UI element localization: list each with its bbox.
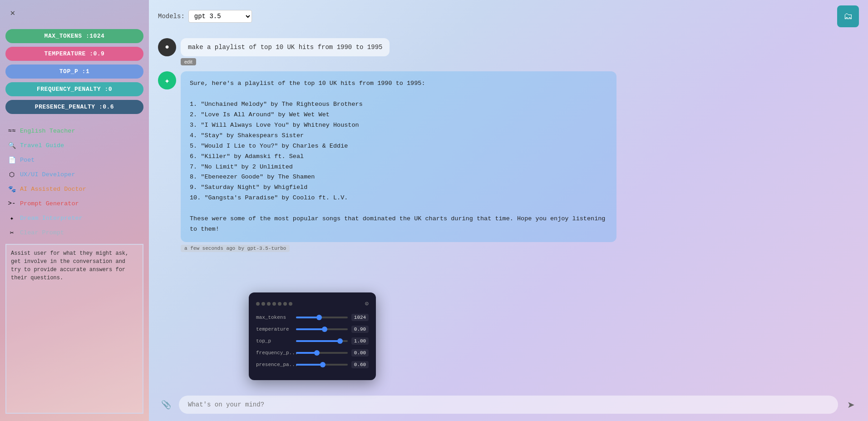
slider-track[interactable] <box>296 317 348 318</box>
slider-fill <box>296 317 319 318</box>
param-badge[interactable]: TEMPERATURE :0.9 <box>5 47 143 61</box>
sidebar-nav-item[interactable]: ✦Dream Interpreter <box>5 212 143 224</box>
sidebar-nav-item[interactable]: 📄Poet <box>5 154 143 166</box>
user-message-content: make a playlist of top 10 UK hits from 1… <box>181 38 390 66</box>
nav-item-label: UX/UI Developer <box>20 171 75 178</box>
slider-track[interactable] <box>296 352 348 354</box>
ai-response-line: 9. "Saturday Night" by Whigfield <box>190 183 607 193</box>
slider-label: frequency_p... <box>256 350 292 356</box>
slider-thumb[interactable] <box>314 350 320 356</box>
slider-thumb[interactable] <box>337 338 343 344</box>
floating-panel: ⊙ max_tokens1024temperature0.90top_p1.00… <box>249 292 376 380</box>
slider-fill <box>296 364 323 366</box>
panel-dot-4 <box>272 302 276 306</box>
sidebar: ✕ MAX_TOKENS :1024TEMPERATURE :0.9TOP_P … <box>0 0 149 421</box>
send-icon: ➤ <box>847 399 855 410</box>
sidebar-nav-item[interactable]: >-Prompt Generator <box>5 198 143 209</box>
header: Models: gpt 3.5 gpt 4 gpt 4o 🗂 <box>149 0 868 33</box>
models-label: Models: <box>158 13 185 20</box>
slider-track[interactable] <box>296 364 348 366</box>
slider-label: top_p <box>256 338 292 344</box>
user-avatar: ● <box>158 38 176 56</box>
ai-response-line: 2. "Love Is All Around" by Wet Wet Wet <box>190 110 607 120</box>
panel-dot-6 <box>283 302 287 306</box>
sliders-container: max_tokens1024temperature0.90top_p1.00fr… <box>256 314 369 368</box>
sidebar-nav-item[interactable]: 🔍Travel Guide <box>5 139 143 151</box>
sidebar-nav-item[interactable]: ✂Clear Prompt <box>5 227 143 238</box>
ai-response-line: 8. "Ebeneezer Goode" by The Shamen <box>190 172 607 183</box>
models-section: Models: gpt 3.5 gpt 4 gpt 4o <box>158 10 252 23</box>
slider-track[interactable] <box>296 340 348 342</box>
user-message-text: make a playlist of top 10 UK hits from 1… <box>188 44 382 51</box>
sidebar-nav-item[interactable]: 🐾AI Assisted Doctor <box>5 183 143 195</box>
slider-value: 1.00 <box>351 337 369 345</box>
header-icon-button[interactable]: 🗂 <box>837 5 859 27</box>
param-badge[interactable]: TOP_P :1 <box>5 64 143 79</box>
slider-thumb[interactable] <box>316 315 322 320</box>
nav-item-label: Dream Interpreter <box>20 215 83 222</box>
ai-response-line: 4. "Stay" by Shakespears Sister <box>190 131 607 141</box>
sidebar-nav-item[interactable]: ⬡UX/UI Developer <box>5 168 143 180</box>
card-stack-icon: 🗂 <box>843 11 853 22</box>
slider-thumb[interactable] <box>322 327 327 332</box>
nav-item-icon: 🔍 <box>7 141 16 150</box>
ai-response-line: 10. "Gangsta's Paradise" by Coolio ft. L… <box>190 193 607 203</box>
slider-label: presence_pa... <box>256 362 292 367</box>
slider-value: 1024 <box>351 314 369 321</box>
ai-timestamp: a few seconds ago by gpt-3.5-turbo <box>181 245 290 252</box>
nav-item-icon: ✦ <box>7 213 16 223</box>
slider-value: 0.60 <box>351 361 369 368</box>
nav-item-label: Poet <box>20 157 35 163</box>
chat-input[interactable] <box>179 396 838 414</box>
param-badges: MAX_TOKENS :1024TEMPERATURE :0.9TOP_P :1… <box>5 29 143 114</box>
close-button[interactable]: ✕ <box>5 5 20 20</box>
slider-thumb[interactable] <box>320 362 326 367</box>
models-select[interactable]: gpt 3.5 gpt 4 gpt 4o <box>188 10 252 23</box>
ai-response-line: These were some of the most popular song… <box>190 214 607 235</box>
edit-message-button[interactable]: edit <box>181 58 196 65</box>
ai-message-content: Sure, here's a playlist of the top 10 UK… <box>181 71 616 252</box>
main-area: Models: gpt 3.5 gpt 4 gpt 4o 🗂 ● make a … <box>149 0 868 421</box>
ai-avatar: ✦ <box>158 71 176 89</box>
param-badge[interactable]: PRESENCE_PENALTY :0.6 <box>5 100 143 114</box>
nav-item-label: AI Assisted Doctor <box>20 186 86 193</box>
slider-value: 0.00 <box>351 349 369 357</box>
slider-fill <box>296 340 340 342</box>
user-bubble: make a playlist of top 10 UK hits from 1… <box>181 38 390 56</box>
panel-dot-3 <box>267 302 271 306</box>
slider-row: frequency_p...0.00 <box>256 349 369 357</box>
ai-avatar-icon: ✦ <box>164 75 170 86</box>
panel-dot-2 <box>261 302 265 306</box>
sidebar-nav-item[interactable]: ≈≈English Teacher <box>5 125 143 137</box>
panel-dot-7 <box>289 302 292 306</box>
user-message-row: ● make a playlist of top 10 UK hits from… <box>158 38 859 66</box>
nav-item-label: Prompt Generator <box>20 200 79 207</box>
attach-button[interactable]: 📎 <box>158 396 174 413</box>
system-prompt-text: Assist user for what they might ask, get… <box>11 250 128 281</box>
ai-bubble: Sure, here's a playlist of the top 10 UK… <box>181 71 616 242</box>
user-avatar-icon: ● <box>165 43 169 51</box>
panel-settings-icon: ⊙ <box>365 300 369 307</box>
param-badge[interactable]: MAX_TOKENS :1024 <box>5 29 143 43</box>
slider-row: temperature0.90 <box>256 326 369 333</box>
ai-response-line: 7. "No Limit" by 2 Unlimited <box>190 162 607 173</box>
slider-row: max_tokens1024 <box>256 314 369 321</box>
input-area: 📎 ➤ <box>149 390 868 421</box>
slider-track[interactable] <box>296 328 348 330</box>
ai-response-line: 3. "I Will Always Love You" by Whitney H… <box>190 120 607 131</box>
ai-message-row: ✦ Sure, here's a playlist of the top 10 … <box>158 71 859 252</box>
attach-icon: 📎 <box>161 400 171 410</box>
param-badge[interactable]: FREQUENCY_PENALTY :0 <box>5 82 143 96</box>
nav-item-icon: ⬡ <box>7 170 16 179</box>
nav-items: ≈≈English Teacher🔍Travel Guide📄Poet⬡UX/U… <box>5 125 143 238</box>
slider-row: presence_pa...0.60 <box>256 361 369 368</box>
send-button[interactable]: ➤ <box>843 396 859 413</box>
ai-response-line: 5. "Would I Lie to You?" by Charles & Ed… <box>190 141 607 152</box>
slider-fill <box>296 328 325 330</box>
slider-label: max_tokens <box>256 315 292 320</box>
panel-dot-1 <box>256 302 260 306</box>
nav-item-icon: >- <box>7 199 16 208</box>
nav-item-icon: ✂ <box>7 228 16 237</box>
nav-item-label: Travel Guide <box>20 142 64 149</box>
system-prompt-box[interactable]: Assist user for what they might ask, get… <box>5 244 143 414</box>
